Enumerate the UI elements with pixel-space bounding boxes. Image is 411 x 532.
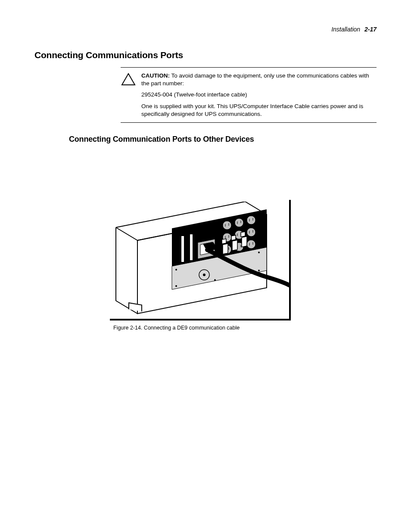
caution-paragraph-3: One is supplied with your kit. This UPS/… bbox=[141, 103, 377, 118]
svg-point-8 bbox=[235, 218, 243, 227]
heading-connecting-to-other-devices: Connecting Communication Ports to Other … bbox=[69, 135, 377, 144]
svg-point-43 bbox=[214, 279, 216, 281]
figure-caption: Figure 2-14. Connecting a DE9 communicat… bbox=[113, 325, 291, 331]
svg-point-44 bbox=[258, 270, 260, 271]
svg-point-12 bbox=[247, 228, 255, 236]
svg-rect-38 bbox=[231, 235, 236, 240]
svg-point-9 bbox=[247, 216, 255, 224]
svg-point-15 bbox=[247, 240, 255, 249]
svg-marker-0 bbox=[122, 74, 135, 85]
svg-point-45 bbox=[175, 269, 177, 271]
caution-triangle-icon bbox=[121, 72, 136, 118]
figure-image bbox=[110, 200, 291, 320]
caution-block: CAUTION: To avoid damage to the equipmen… bbox=[121, 67, 377, 123]
page-header: Installation 2-17 bbox=[34, 26, 377, 33]
svg-point-42 bbox=[175, 285, 177, 287]
svg-rect-34 bbox=[223, 244, 228, 254]
caution-paragraph-2: 295245-004 (Twelve-foot interface cable) bbox=[141, 91, 377, 99]
svg-rect-39 bbox=[241, 232, 245, 237]
svg-rect-36 bbox=[242, 236, 247, 247]
svg-point-46 bbox=[258, 252, 260, 253]
header-page-number: 2-17 bbox=[364, 26, 377, 33]
svg-point-41 bbox=[203, 274, 206, 276]
heading-connecting-communications-ports: Connecting Communications Ports bbox=[34, 50, 377, 60]
svg-rect-35 bbox=[232, 240, 237, 250]
svg-rect-37 bbox=[222, 239, 226, 244]
caution-paragraph-1: CAUTION: To avoid damage to the equipmen… bbox=[141, 72, 377, 87]
caution-label: CAUTION: bbox=[141, 72, 170, 79]
svg-point-7 bbox=[223, 221, 231, 230]
caution-text: CAUTION: To avoid damage to the equipmen… bbox=[141, 72, 377, 118]
caution-p1-text: To avoid damage to the equipment, only u… bbox=[141, 72, 369, 87]
figure-2-14: Figure 2-14. Connecting a DE9 communicat… bbox=[110, 200, 291, 331]
header-section: Installation bbox=[331, 26, 360, 33]
